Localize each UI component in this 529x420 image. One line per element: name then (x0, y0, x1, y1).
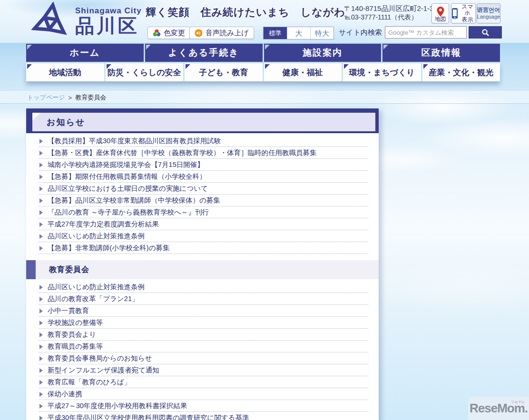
notice-list-item[interactable]: 【急募】非常勤講師(小学校全科)の募集 (39, 242, 368, 254)
arrow-right-icon (39, 368, 43, 373)
board-link-text: 教育委員会より (48, 331, 96, 338)
secondary-nav-item[interactable]: 地域活動 (26, 63, 104, 81)
arrow-right-icon (39, 356, 43, 361)
board-link-text: 教育委員会事務局からのお知らせ (48, 355, 152, 362)
board-list-item[interactable]: 教育広報「教育のひろば」 (39, 376, 368, 388)
text-size-large-button[interactable]: 大 (287, 27, 310, 39)
city-tagline: 輝く笑顔 住み続けたいまち しながわ (146, 5, 345, 20)
secondary-nav-label: 防災・くらしの安全 (108, 67, 181, 78)
primary-nav: ホーム よくある手続き 施設案内 区政情報 (26, 44, 500, 62)
secondary-nav: 地域活動 防災・くらしの安全 子ども・教育 健康・福祉 環境・まちづくり 産業・… (26, 63, 500, 81)
primary-nav-label: 区政情報 (421, 47, 461, 59)
primary-nav-item[interactable]: 施設案内 (264, 44, 382, 62)
secondary-nav-item[interactable]: 産業・文化・観光 (422, 63, 500, 81)
board-list-item[interactable]: 品川の教育改革「プラン21」 (39, 293, 368, 305)
map-button[interactable]: 地図 (431, 3, 449, 23)
board-list-item[interactable]: 教育委員会事務局からのお知らせ (39, 352, 368, 364)
secondary-nav-item[interactable]: 防災・くらしの安全 (106, 63, 184, 81)
notice-link-list: 【教員採用】平成30年度東京都品川区固有教員採用試験 【急募・区費】産休育休代替… (39, 135, 368, 254)
logo-subtitle: Shinagawa City (75, 6, 142, 16)
board-link-text: 学校施設の整備等 (48, 319, 103, 326)
color-change-button[interactable]: 色変更 (147, 27, 190, 39)
notice-list-item[interactable]: 【急募】期限付任用教職員募集情報（小学校全科） (39, 171, 368, 183)
board-list-item[interactable]: 教育職員の募集等 (39, 341, 368, 352)
breadcrumb-home-link[interactable]: トップページ (27, 93, 65, 102)
primary-nav-item[interactable]: よくある手続き (145, 44, 263, 62)
board-link-text: 保幼小連携 (48, 391, 82, 398)
arrow-right-icon (39, 297, 43, 302)
speech-readout-button[interactable]: 音声読み上げ (189, 27, 254, 39)
board-link-text: 新型インフルエンザ保護者宛て通知 (48, 367, 159, 374)
notice-link-text: 城南小学校内遺跡発掘現場見学会【7月15日開催】 (48, 161, 204, 168)
board-link-text: 品川の教育改革「プラン21」 (48, 295, 139, 303)
board-link-list: 品川区いじめ防止対策推進条例 品川の教育改革「プラン21」 小中一貫教育 学校施… (39, 281, 368, 420)
arrow-right-icon (39, 151, 43, 156)
notice-list-item[interactable]: 平成27年度学力定着度調査分析結果 (39, 218, 368, 230)
notice-list-item[interactable]: 【急募・区費】産休育休代替［中学校（義務教育学校）・体育］臨時的任用教職員募集 (39, 147, 368, 159)
page: Shinagawa City 品川区 輝く笑顔 住み続けたいまち しながわ 色変… (0, 0, 529, 420)
arrow-right-icon (39, 175, 43, 179)
site-search: サイト内検索 (339, 26, 502, 39)
logo-text: Shinagawa City 品川区 (75, 6, 142, 36)
secondary-nav-label: 産業・文化・観光 (429, 67, 493, 78)
board-list-item[interactable]: 小中一貫教育 (39, 305, 368, 317)
arrow-right-icon (39, 198, 43, 203)
secondary-nav-item[interactable]: 健康・福祉 (264, 63, 342, 81)
board-list-item[interactable]: 教育委員会より (39, 329, 368, 341)
notice-list-item[interactable]: 品川区いじめ防止対策推進条例 (39, 230, 368, 242)
board-link-text: 品川区いじめ防止対策推進条例 (48, 283, 145, 291)
arrow-right-icon (39, 163, 43, 167)
arrow-right-icon (39, 404, 43, 409)
board-link-text: 平成30年度品川区立学校使用教科用図書の調査研究に関する基準 (48, 414, 249, 420)
secondary-nav-item[interactable]: 子ども・教育 (185, 63, 263, 81)
notice-list-item[interactable]: 【急募】品川区立学校非常勤講師（中学校保体）の募集 (39, 195, 368, 206)
notice-list-item[interactable]: 城南小学校内遺跡発掘現場見学会【7月15日開催】 (39, 159, 368, 171)
arrow-right-icon (39, 285, 43, 290)
notice-link-text: 【教員採用】平成30年度東京都品川区固有教員採用試験 (48, 137, 221, 145)
secondary-nav-label: 地域活動 (49, 67, 81, 78)
smartphone-view-button[interactable]: スマホ 表示 (451, 3, 476, 23)
notice-link-text: 【急募】期限付任用教職員募集情報（小学校全科） (48, 173, 206, 180)
board-section-title: 教育委員会 (49, 265, 89, 275)
notice-list-item[interactable]: 品川区立学校における土曜日の授業の実施について (39, 183, 368, 195)
text-size-xlarge-button[interactable]: 特大 (310, 27, 333, 39)
language-label-en: Language (477, 14, 500, 20)
notice-section-header: お知らせ (26, 108, 379, 133)
arrow-right-icon (39, 321, 43, 325)
arrow-right-icon (39, 222, 43, 227)
notice-list-item[interactable]: 『品川の教育 ～寺子屋から義務教育学校へ～』刊行 (39, 206, 368, 218)
language-button[interactable]: 语言언어 Language (477, 3, 500, 23)
text-size-standard-button[interactable]: 標準 (264, 27, 287, 39)
arrow-right-icon (39, 380, 43, 385)
search-input[interactable] (385, 26, 467, 39)
phone-number: ℡03-3777-1111（代表） (344, 13, 438, 22)
primary-nav-item[interactable]: ホーム (26, 44, 144, 62)
breadcrumb: トップページ > 教育委員会 (0, 91, 529, 104)
notice-link-text: 品川区いじめ防止対策推進条例 (48, 233, 145, 240)
notice-link-text: 『品川の教育 ～寺子屋から義務教育学校へ～』刊行 (48, 209, 209, 216)
board-link-text: 教育広報「教育のひろば」 (48, 379, 131, 386)
primary-nav-item[interactable]: 区政情報 (382, 44, 500, 62)
map-button-label: 地図 (435, 16, 446, 22)
notice-link-text: 平成27年度学力定着度調査分析結果 (48, 221, 159, 228)
board-link-text: 教育職員の募集等 (48, 343, 103, 350)
search-button[interactable] (469, 26, 502, 39)
arrow-right-icon (39, 246, 43, 251)
breadcrumb-separator: > (69, 94, 72, 101)
logo-title: 品川区 (75, 16, 142, 36)
notice-list-item[interactable]: 【教員採用】平成30年度東京都品川区固有教員採用試験 (39, 135, 368, 147)
notice-link-text: 【急募・区費】産休育休代替［中学校（義務教育学校）・体育］臨時的任用教職員募集 (48, 149, 317, 156)
arrow-right-icon (39, 139, 43, 144)
board-list-item[interactable]: 学校施設の整備等 (39, 317, 368, 329)
city-address: 〒140-8715品川区広町2-1-36 ℡03-3777-1111（代表） (344, 4, 438, 21)
board-list-item[interactable]: 保幼小連携 (39, 388, 368, 400)
board-list-item[interactable]: 平成27～30年度使用小学校用教科書採択結果 (39, 400, 368, 412)
board-list-item[interactable]: 平成30年度品川区立学校使用教科用図書の調査研究に関する基準 (39, 412, 368, 420)
secondary-nav-item[interactable]: 環境・まちづくり (343, 63, 421, 81)
site-logo[interactable]: Shinagawa City 品川区 (30, 2, 142, 40)
language-label-cjk: 语言언어 (477, 7, 500, 14)
search-icon (481, 29, 490, 37)
primary-nav-label: 施設案内 (303, 47, 343, 59)
board-list-item[interactable]: 品川区いじめ防止対策推進条例 (39, 281, 368, 293)
board-list-item[interactable]: 新型インフルエンザ保護者宛て通知 (39, 364, 368, 376)
